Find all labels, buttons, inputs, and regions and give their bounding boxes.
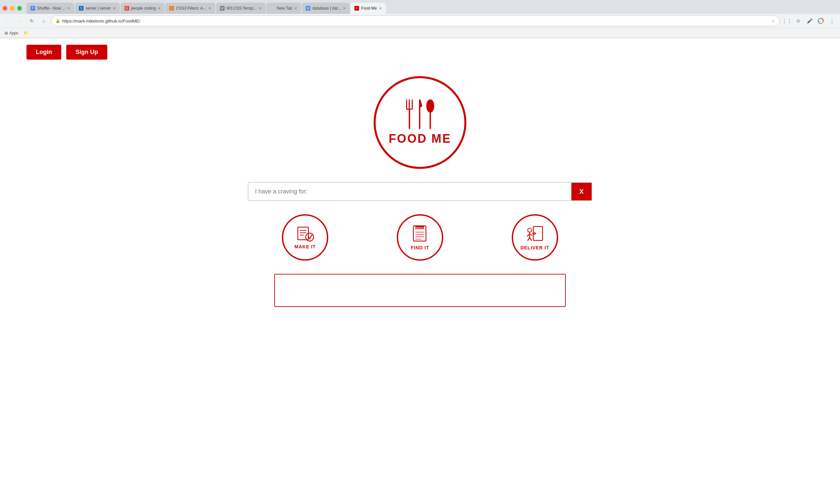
- window-controls: [3, 3, 26, 14]
- microphone-icon[interactable]: 🎤: [805, 16, 814, 25]
- tab-label: Food Me: [361, 6, 377, 11]
- omnibox-bar: ← → ↻ ⌂ 🔒 https://mark-mikelonis.github.…: [0, 14, 840, 28]
- find-it-circle: MENU FIND IT: [397, 214, 443, 260]
- url-display: https://mark-mikelonis.github.io/FoodME/: [62, 19, 769, 23]
- tab-people[interactable]: G people coding ✕: [121, 3, 165, 14]
- tab-label: Shuffle - Now ...: [37, 6, 65, 11]
- logo-container: FOOD ME: [0, 76, 840, 169]
- bookmark-star-icon[interactable]: ☆: [771, 18, 775, 23]
- reload-button[interactable]: ↻: [27, 16, 36, 25]
- tab-favicon: ⬡: [169, 6, 174, 11]
- tab-favicon: W: [220, 6, 225, 11]
- menu-button[interactable]: ⋮: [827, 16, 837, 25]
- tab-favicon: G: [125, 6, 129, 11]
- clock-icon[interactable]: ⊙: [793, 16, 803, 25]
- fork-icon: [405, 100, 414, 129]
- tab-label: server | server: [86, 6, 111, 11]
- svg-point-9: [426, 100, 434, 113]
- svg-rect-6: [409, 109, 410, 113]
- tab-favicon: S: [79, 6, 84, 11]
- svg-rect-10: [298, 227, 308, 240]
- tab-shuffle[interactable]: P Shuffle - Now ... ✕: [26, 3, 74, 14]
- tab-w3css[interactable]: W W3.CSS Templ... ✕: [216, 3, 266, 14]
- tab-bar: P Shuffle - Now ... ✕ S server | server …: [0, 0, 840, 14]
- deliver-it-circle: DELIVER IT: [512, 214, 558, 260]
- spoon-icon: [425, 100, 435, 129]
- tab-close-icon[interactable]: ✕: [379, 6, 382, 11]
- tab-close-icon[interactable]: ✕: [259, 6, 262, 11]
- tab-label: New Tab: [277, 6, 292, 11]
- apps-bookmark[interactable]: ⊞ Apps: [3, 30, 20, 36]
- signup-button[interactable]: Sign Up: [66, 45, 107, 60]
- knife-icon: [416, 100, 423, 129]
- tab-close-icon[interactable]: ✕: [158, 6, 161, 11]
- make-it-circle: MAKE IT: [282, 214, 328, 260]
- tab-label: CSS3 Filters: A...: [176, 6, 206, 11]
- search-clear-button[interactable]: X: [571, 183, 592, 200]
- extensions-button[interactable]: ⋮⋮: [782, 16, 792, 25]
- browser-chrome: P Shuffle - Now ... ✕ S server | server …: [0, 0, 840, 38]
- menu-icon: MENU: [411, 225, 429, 243]
- auth-buttons: Login Sign Up: [0, 38, 840, 66]
- tab-label: database | dat...: [312, 6, 341, 11]
- omnibox[interactable]: 🔒 https://mark-mikelonis.github.io/FoodM…: [51, 16, 780, 26]
- window-close-button[interactable]: [3, 6, 7, 11]
- color-wheel-icon[interactable]: [816, 16, 825, 25]
- results-box: [274, 274, 566, 307]
- tab-close-icon[interactable]: ✕: [208, 6, 211, 11]
- deliver-it-label: DELIVER IT: [520, 245, 549, 250]
- search-section: X MAKE IT: [221, 182, 619, 307]
- logo-circle: FOOD ME: [374, 76, 466, 169]
- folder-bookmark[interactable]: 📁: [22, 30, 30, 36]
- tab-favicon: [270, 6, 275, 11]
- svg-rect-2: [406, 100, 407, 109]
- recipe-icon: [295, 226, 315, 242]
- svg-line-28: [530, 237, 532, 241]
- action-buttons: MAKE IT MENU FIND IT: [248, 214, 592, 260]
- forward-button[interactable]: →: [15, 16, 24, 25]
- make-it-label: MAKE IT: [294, 244, 316, 249]
- tab-foodme[interactable]: F Food Me ✕: [351, 3, 386, 14]
- tab-server[interactable]: S server | server ✕: [75, 3, 120, 14]
- window-minimize-button[interactable]: [10, 6, 15, 11]
- svg-point-23: [528, 228, 532, 232]
- find-it-button[interactable]: MENU FIND IT: [397, 214, 443, 260]
- svg-rect-3: [412, 100, 413, 109]
- security-lock-icon: 🔒: [55, 19, 60, 23]
- svg-rect-1: [409, 113, 410, 129]
- svg-text:MENU: MENU: [416, 227, 424, 230]
- svg-line-27: [528, 237, 530, 241]
- svg-rect-8: [430, 111, 431, 129]
- tab-close-icon[interactable]: ✕: [67, 6, 70, 11]
- window-maximize-button[interactable]: [17, 6, 22, 11]
- login-button[interactable]: Login: [26, 45, 61, 60]
- back-button[interactable]: ←: [3, 16, 13, 25]
- make-it-button[interactable]: MAKE IT: [282, 214, 328, 260]
- tab-close-icon[interactable]: ✕: [294, 6, 297, 11]
- svg-rect-4: [409, 100, 410, 109]
- svg-rect-7: [419, 100, 420, 129]
- omnibox-actions: ⋮⋮ ⊙ 🎤 ⋮: [782, 16, 837, 25]
- search-bar: X: [248, 182, 592, 201]
- deliver-it-button[interactable]: DELIVER IT: [512, 214, 558, 260]
- apps-label: Apps: [9, 31, 18, 35]
- tab-label: W3.CSS Templ...: [227, 6, 257, 11]
- logo-text: FOOD ME: [389, 132, 451, 146]
- tab-database[interactable]: M database | dat... ✕: [302, 3, 350, 14]
- tab-close-icon[interactable]: ✕: [113, 6, 116, 11]
- folder-icon: 📁: [23, 31, 29, 35]
- delivery-icon: [525, 225, 545, 243]
- tab-close-icon[interactable]: ✕: [343, 6, 346, 11]
- tab-favicon: F: [354, 6, 359, 11]
- search-input[interactable]: [248, 183, 571, 200]
- find-it-label: FIND IT: [411, 245, 429, 250]
- tab-favicon: P: [31, 6, 35, 11]
- tab-label: people coding: [131, 6, 156, 11]
- bookmarks-bar: ⊞ Apps 📁: [0, 28, 840, 38]
- tab-css3[interactable]: ⬡ CSS3 Filters: A... ✕: [165, 3, 215, 14]
- apps-grid-icon: ⊞: [5, 31, 8, 35]
- cutlery-icons: [405, 100, 435, 129]
- results-area: [248, 274, 592, 307]
- tab-newtab[interactable]: New Tab ✕: [266, 3, 301, 14]
- home-button[interactable]: ⌂: [39, 16, 48, 25]
